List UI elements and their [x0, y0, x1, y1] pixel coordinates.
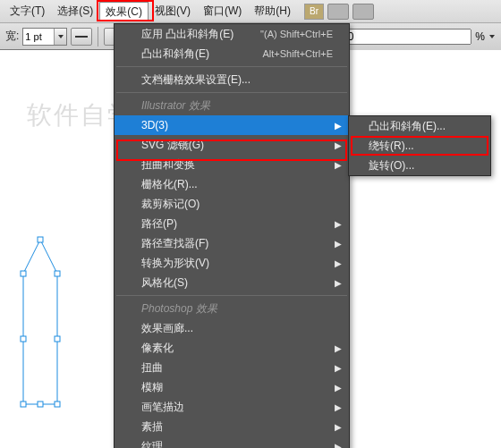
menu-item[interactable]: 扭曲▶: [115, 358, 349, 377]
menu-item[interactable]: 效果画廊...: [115, 318, 349, 338]
artboard[interactable]: [0, 50, 116, 448]
menu-item-label: 像素化: [141, 341, 174, 356]
submenu-arrow-icon: ▶: [335, 343, 342, 353]
menu-item[interactable]: 扭曲和变换▶: [115, 155, 349, 174]
menu-item-label: 裁剪标记(O): [141, 197, 200, 212]
menu-divider: [116, 92, 347, 93]
submenu-arrow-icon: ▶: [335, 219, 342, 229]
submenu-arrow-icon: ▶: [335, 160, 342, 170]
svg-rect-3: [55, 271, 60, 276]
separator: [98, 27, 98, 46]
menu-doc-raster[interactable]: 文档栅格效果设置(E)...: [115, 70, 349, 89]
menu-item-label: 纹理: [141, 439, 163, 449]
menu-help[interactable]: 帮助(H): [248, 1, 297, 21]
stroke-width-field[interactable]: [22, 28, 67, 46]
menu-divider: [116, 66, 347, 67]
svg-rect-5: [55, 336, 60, 342]
svg-rect-1: [38, 237, 43, 242]
menu-item[interactable]: 3D(3)▶: [115, 115, 349, 135]
menu-item[interactable]: 风格化(S)▶: [115, 273, 349, 292]
menu-text[interactable]: 文字(T): [4, 1, 51, 21]
bridge-button[interactable]: Br: [304, 4, 324, 20]
opacity-dropdown-icon[interactable]: [488, 30, 496, 43]
opacity-field[interactable]: [334, 29, 471, 45]
effect-menu-dropdown: 应用 凸出和斜角(E)"(A) Shift+Ctrl+E 凸出和斜角(E)Alt…: [114, 23, 350, 448]
menu-item-label: 路径(P): [141, 216, 177, 232]
submenu-extrude[interactable]: 凸出和斜角(E)...: [349, 116, 490, 136]
svg-rect-6: [21, 402, 26, 407]
menu-item-label: 栅格化(R)...: [141, 177, 198, 192]
menu-apply-last[interactable]: 应用 凸出和斜角(E)"(A) Shift+Ctrl+E: [115, 24, 349, 44]
menu-item[interactable]: 纹理▶: [115, 436, 349, 448]
menu-item[interactable]: 模糊▶: [115, 377, 349, 397]
menu-item-label: 扭曲和变换: [141, 157, 195, 173]
menu-item[interactable]: 裁剪标记(O): [115, 194, 349, 214]
menu-item[interactable]: 画笔描边▶: [115, 397, 349, 417]
3d-submenu: 凸出和斜角(E)... 绕转(R)... 旋转(O)...: [348, 115, 491, 176]
menu-item-label: 画笔描边: [141, 400, 184, 415]
submenu-arrow-icon: ▶: [335, 383, 342, 393]
submenu-arrow-icon: ▶: [335, 422, 342, 432]
submenu-arrow-icon: ▶: [335, 239, 342, 249]
svg-rect-8: [38, 402, 43, 407]
menu-item-label: 模糊: [141, 380, 163, 395]
menu-item[interactable]: SVG 滤镜(G)▶: [115, 135, 349, 155]
submenu-arrow-icon: ▶: [335, 258, 342, 268]
menu-window[interactable]: 窗口(W): [197, 1, 248, 21]
dash-style-button[interactable]: [71, 28, 92, 46]
menu-item-label: SVG 滤镜(G): [141, 138, 204, 153]
menu-item[interactable]: 转换为形状(V)▶: [115, 253, 349, 273]
stroke-width-label: 宽:: [5, 29, 19, 44]
submenu-rotate[interactable]: 旋转(O)...: [349, 156, 490, 175]
menu-view[interactable]: 视图(V): [149, 1, 197, 21]
menu-item-label: 3D(3): [141, 119, 168, 131]
submenu-arrow-icon: ▶: [335, 442, 342, 449]
menu-header-illustrator: Illustrator 效果: [115, 96, 349, 115]
menu-divider: [116, 295, 347, 296]
submenu-arrow-icon: ▶: [335, 121, 342, 131]
menu-last-effect[interactable]: 凸出和斜角(E)Alt+Shift+Ctrl+E: [115, 44, 349, 63]
submenu-arrow-icon: ▶: [335, 278, 342, 288]
menu-item-label: 路径查找器(F): [141, 236, 208, 251]
menu-item-label: 扭曲: [141, 360, 163, 376]
menu-select[interactable]: 选择(S): [51, 1, 99, 21]
menu-item[interactable]: 栅格化(R)...: [115, 174, 349, 194]
menu-item-label: 效果画廊...: [141, 321, 193, 336]
menu-item-label: 风格化(S): [141, 275, 188, 291]
menu-item[interactable]: 像素化▶: [115, 338, 349, 358]
stroke-width-input[interactable]: [23, 29, 54, 45]
svg-rect-7: [55, 402, 60, 407]
menu-item-label: 转换为形状(V): [141, 256, 209, 271]
submenu-arrow-icon: ▶: [335, 140, 342, 150]
opacity-unit: %: [475, 30, 485, 43]
menu-item[interactable]: 路径查找器(F)▶: [115, 233, 349, 253]
screen-mode-icon[interactable]: [352, 4, 374, 20]
menu-item-label: 素描: [141, 419, 163, 435]
submenu-arrow-icon: ▶: [335, 402, 342, 412]
opacity-input[interactable]: [334, 29, 471, 45]
menu-item[interactable]: 路径(P)▶: [115, 214, 349, 233]
arrange-icon[interactable]: [327, 4, 349, 20]
selected-path[interactable]: [16, 238, 64, 408]
menu-effect[interactable]: 效果(C): [99, 2, 149, 21]
submenu-revolve[interactable]: 绕转(R)...: [349, 136, 490, 156]
menu-header-photoshop: Photoshop 效果: [115, 299, 349, 318]
menubar: 文字(T) 选择(S) 效果(C) 视图(V) 窗口(W) 帮助(H) Br: [0, 0, 501, 23]
menu-item[interactable]: 素描▶: [115, 417, 349, 436]
svg-rect-2: [21, 271, 26, 276]
dropdown-icon[interactable]: [54, 29, 66, 45]
submenu-arrow-icon: ▶: [335, 363, 342, 373]
svg-rect-4: [21, 336, 26, 342]
